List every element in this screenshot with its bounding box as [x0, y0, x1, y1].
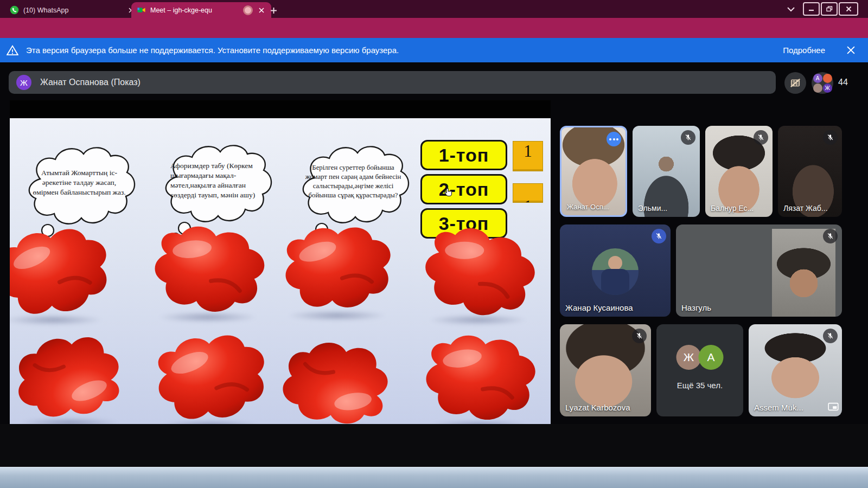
video-tile-assem[interactable]: Assem Muk... [749, 324, 842, 416]
meet-control-bar: 15:33 igh-ckge-equ CC [0, 424, 868, 467]
mini-avatar: Ж [823, 84, 832, 93]
score-badge-2: 1 [513, 183, 543, 203]
tile-name: Жанар Кусаинова [565, 303, 633, 312]
mini-avatar [813, 84, 822, 93]
browser-deprecation-banner: Эта версия браузера больше не поддержива… [0, 38, 868, 62]
video-tile-lyazat-zh[interactable]: Лязат Жаб... [778, 126, 842, 217]
video-tile-zhanat[interactable]: Жанат Осп... [560, 126, 627, 217]
new-tab-button[interactable] [267, 4, 280, 17]
video-tile-balnur[interactable]: Балнур Ес... [705, 126, 773, 217]
video-tile-lyazat-k[interactable]: Lyazat Karbozova [560, 324, 651, 416]
speaking-indicator-icon [607, 132, 621, 146]
overflow-avatars: Ж A [676, 345, 724, 370]
tile-name: Лязат Жаб... [783, 204, 828, 213]
mic-off-icon [823, 130, 838, 145]
tab-title: (10) WhatsApp [23, 7, 123, 14]
video-tile-elmira[interactable]: Эльми... [633, 126, 700, 217]
score-badge-1: 1 [513, 141, 543, 171]
mini-avatar: A [813, 74, 822, 83]
mic-off-icon [823, 329, 838, 343]
video-tile-zhanar[interactable]: Жанар Кусаинова [560, 224, 671, 317]
window-close-button[interactable] [839, 2, 858, 16]
tab-title: Meet – igh-ckge-equ [150, 7, 239, 14]
avatar-face [608, 256, 622, 270]
tile-name: Эльми... [638, 204, 667, 213]
presenter-cursor [443, 187, 454, 201]
tile-name: Балнур Ес... [711, 204, 754, 213]
shared-slide: Атымтай Жомарттың іс-әрекетіне талдау жа… [10, 100, 551, 424]
presenter-avatar: Ж [16, 75, 31, 90]
tile-avatar-photo [592, 248, 639, 295]
asyk-shape [410, 227, 546, 327]
tab-close-icon[interactable] [257, 6, 266, 15]
pip-icon[interactable] [828, 402, 839, 413]
asyk-shape [140, 224, 276, 324]
asyk-shape [143, 332, 278, 424]
asyk-shape [269, 222, 405, 323]
overflow-avatar: Ж [676, 345, 701, 370]
mic-off-icon [823, 229, 838, 243]
layout-off-button[interactable] [784, 72, 806, 94]
tile-name: Assem Muk... [754, 403, 803, 412]
slide-body: Атымтай Жомарттың іс-әрекетіне талдау жа… [10, 118, 551, 424]
window-maximize-button[interactable] [821, 2, 838, 16]
avatar-body [601, 269, 629, 295]
asyk-shape [269, 336, 405, 424]
tab-recording-indicator [243, 5, 253, 15]
mini-avatar [823, 74, 832, 83]
mic-off-icon [652, 229, 666, 243]
warning-icon [7, 45, 18, 56]
whatsapp-icon [10, 5, 19, 15]
presentation-header-bar[interactable]: Ж Жанат Оспанова (Показ) [9, 71, 776, 94]
slide-top-bar [10, 100, 551, 118]
mic-off-icon [681, 130, 695, 145]
browser-toolbar: meet.google.com/igh-ckge-equ?authuser=0 … [0, 18, 868, 38]
group-button-2: 2-топ [420, 174, 507, 204]
tab-meet[interactable]: Meet – igh-ckge-equ [131, 2, 271, 18]
participants-cluster[interactable]: A Ж [812, 72, 833, 94]
cloud-text: Берілген суреттер бойынша жомарт пен сар… [304, 150, 402, 214]
screen: (10) WhatsApp Meet – igh-ckge-equ [0, 0, 868, 488]
windows-taskbar: e W P A KK A [0, 467, 868, 488]
browser-tab-strip: (10) WhatsApp Meet – igh-ckge-equ [0, 0, 868, 18]
overflow-label: Ещё 35 чел. [656, 381, 743, 390]
banner-details-link[interactable]: Подробнее [783, 46, 825, 55]
asyk-shape [10, 330, 137, 424]
group-button-1: 1-топ [420, 140, 507, 170]
mic-off-icon [632, 329, 647, 343]
tile-name: Назгуль [681, 303, 711, 312]
banner-close-icon[interactable] [847, 46, 855, 54]
asyk-shape [10, 227, 121, 327]
tile-name: Жанат Осп... [567, 203, 609, 211]
meet-icon [137, 5, 146, 15]
overflow-avatar: A [699, 345, 724, 370]
mic-off-icon [754, 130, 768, 145]
cloud-text: Афоризмдер табу (Көркем шығармадағы мақа… [167, 149, 265, 213]
asyk-shape [411, 332, 547, 424]
score-badge-value: 1 [524, 197, 532, 203]
video-tile-nazgul[interactable]: Назгуль [676, 224, 842, 317]
tile-name: Lyazat Karbozova [565, 403, 630, 412]
tab-search-chevron-icon[interactable] [786, 4, 796, 14]
cloud-text: Атымтай Жомарттың іс-әрекетіне талдау жа… [30, 151, 128, 215]
tab-whatsapp[interactable]: (10) WhatsApp [4, 2, 141, 18]
participant-mini-avatars: A Ж [813, 74, 832, 93]
presenter-label: Жанат Оспанова (Показ) [40, 78, 141, 87]
banner-message: Эта версия браузера больше не поддержива… [26, 46, 399, 55]
window-minimize-button[interactable] [803, 2, 820, 16]
overflow-tile[interactable]: Ж A Ещё 35 чел. [656, 324, 743, 416]
participant-count: 44 [838, 78, 848, 87]
